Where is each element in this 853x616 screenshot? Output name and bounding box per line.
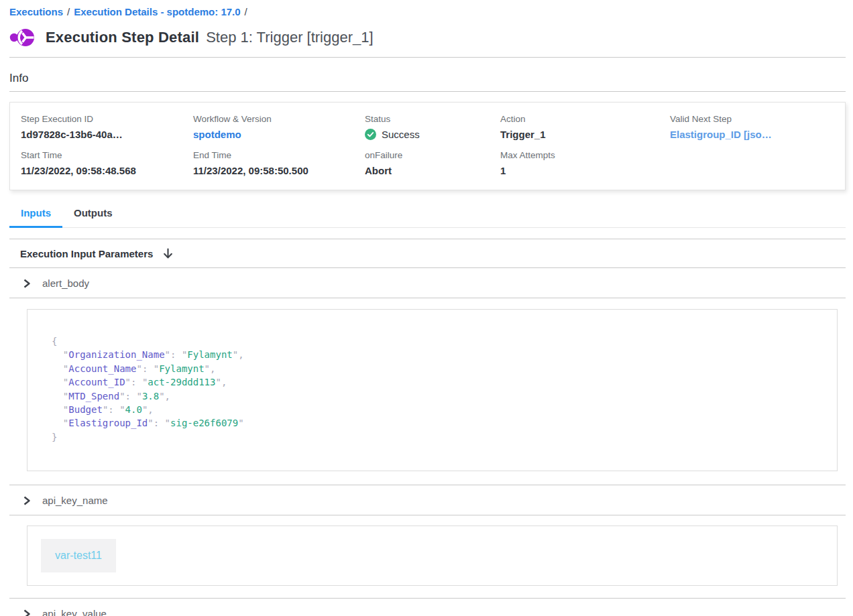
chevron-right-icon [23,609,31,616]
breadcrumb-link-execution-details[interactable]: Execution Details - spotdemo: 17.0 [74,6,240,17]
tab-outputs[interactable]: Outputs [62,203,124,227]
divider [9,298,846,298]
param-row-api-key-value[interactable]: api_key_value [9,599,846,616]
param-name: api_key_name [42,495,108,506]
chevron-right-icon [23,279,31,288]
field-label: Valid Next Step [670,114,834,124]
param-row-alert-body[interactable]: alert_body [9,268,846,298]
field-label: Max Attempts [500,150,670,160]
divider [9,57,846,58]
info-field-action: Action Trigger_1 [500,114,670,140]
field-value: Abort [365,165,500,176]
alert-body-json-box: { "Organization_Name": "Fylamynt", "Acco… [27,309,838,471]
field-label: Step Execution ID [21,114,193,124]
page-header: Execution Step Detail Step 1: Trigger [t… [9,27,846,48]
next-step-link[interactable]: Elastigroup_ID [jso… [670,129,834,140]
field-label: Start Time [21,150,193,160]
info-field-onfailure: onFailure Abort [365,150,500,176]
divider [9,515,846,515]
param-name: api_key_value [42,608,107,616]
workflow-link[interactable]: spotdemo [193,129,365,140]
info-field-valid-next-step: Valid Next Step Elastigroup_ID [jso… [670,114,834,140]
param-name: alert_body [42,278,89,289]
divider [9,91,846,92]
tab-inputs[interactable]: Inputs [9,203,62,228]
field-label: End Time [193,150,365,160]
field-label: Status [365,114,500,124]
breadcrumb-separator: / [63,6,74,17]
info-field-workflow-version: Workflow & Version spotdemo [193,114,365,140]
status-text: Success [382,129,420,140]
page: Executions/Execution Details - spotdemo:… [0,0,853,616]
page-title: Execution Step Detail [46,29,199,46]
info-field-empty [670,150,834,176]
field-label: Workflow & Version [193,114,365,124]
tab-bar: Inputs Outputs [9,203,846,228]
field-value: 11/23/2022, 09:58:50.500 [193,165,365,176]
status-badge: Success [365,129,500,140]
chevron-right-icon [23,496,31,505]
api-key-name-chip: var-test11 [41,539,116,572]
info-field-max-attempts: Max Attempts 1 [500,150,670,176]
field-label: Action [500,114,670,124]
info-field-status: Status Success [365,114,500,140]
info-grid: Step Execution ID 1d97828c-13b6-40a… Wor… [21,114,834,176]
fylamynt-logo-icon [9,27,38,48]
api-key-name-value-box: var-test11 [27,526,838,586]
field-value: 11/23/2022, 09:58:48.568 [21,165,193,176]
json-code: { "Organization_Name": "Fylamynt", "Acco… [52,334,823,444]
field-label: onFailure [365,150,500,160]
info-field-end-time: End Time 11/23/2022, 09:58:50.500 [193,150,365,176]
breadcrumb-link-executions[interactable]: Executions [9,6,63,17]
breadcrumb-separator: / [241,6,251,17]
field-value: Trigger_1 [500,129,670,140]
page-subtitle: Step 1: Trigger [trigger_1] [206,29,373,46]
info-field-start-time: Start Time 11/23/2022, 09:58:48.568 [21,150,193,176]
breadcrumb: Executions/Execution Details - spotdemo:… [9,0,846,17]
info-card: Step Execution ID 1d97828c-13b6-40a… Wor… [9,102,846,190]
arrow-down-icon[interactable] [163,248,173,259]
execution-input-parameters-header: Execution Input Parameters [9,239,846,267]
section-title: Execution Input Parameters [20,248,153,259]
info-heading: Info [9,72,846,85]
field-value: 1 [500,165,670,176]
param-row-api-key-name[interactable]: api_key_name [9,485,846,515]
info-field-step-execution-id: Step Execution ID 1d97828c-13b6-40a… [21,114,193,140]
field-value: 1d97828c-13b6-40a… [21,129,193,140]
success-check-icon [365,129,376,140]
